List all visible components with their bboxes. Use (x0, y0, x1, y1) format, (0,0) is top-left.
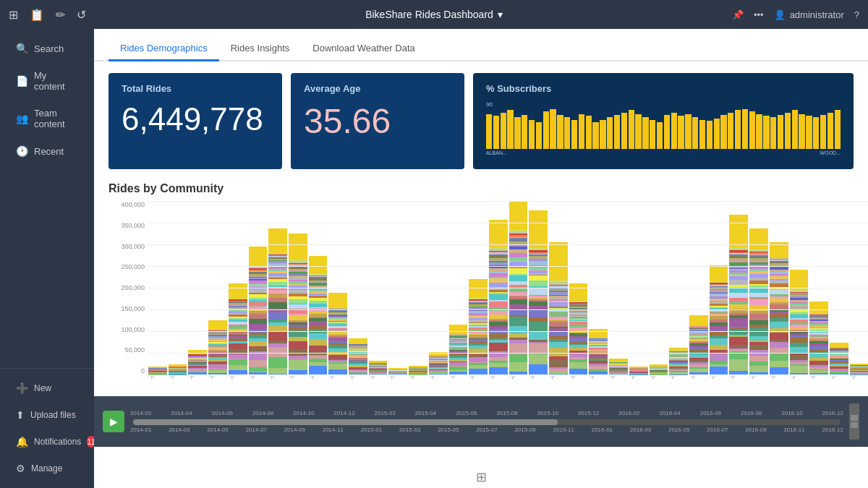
sub-bar (550, 109, 556, 149)
bar-segment (229, 343, 247, 348)
x-label: 2014-12 (369, 376, 391, 385)
kpi-row: Total Rides 6,449,778 Average Age 35.66 … (109, 73, 854, 169)
sub-bar (571, 120, 577, 149)
sub-bar (621, 113, 627, 149)
bar-segment (268, 347, 287, 357)
sub-bar (763, 116, 769, 149)
timeline-label: 2014-07 (245, 427, 266, 433)
sidebar-item-team-content[interactable]: 👥 Team content (4, 100, 90, 137)
y-axis: 400,000 350,000 300,000 250,000 200,000 … (109, 201, 145, 374)
bar-segment (489, 367, 508, 374)
scroll-up[interactable] (851, 415, 858, 421)
chart-bar-col (830, 343, 848, 374)
search-icon: 🔍 (16, 43, 28, 54)
bar-segment (349, 338, 367, 343)
bar-segment (790, 355, 809, 360)
chart-bar-col (549, 242, 568, 374)
rides-by-community-section: Rides by Community 400,000 350,000 300,0… (109, 182, 854, 396)
sidebar-item-new[interactable]: ➕ New (4, 375, 90, 401)
sidebar-item-recent[interactable]: 🕐 Recent (4, 138, 90, 164)
chart-bar-col (529, 210, 548, 374)
chart-bar-col (729, 215, 748, 374)
chart-bar-col (710, 265, 728, 374)
bar-segment (529, 281, 548, 286)
chart-bar-col (629, 367, 648, 374)
timeline-label: 2014-11 (323, 427, 344, 433)
sub-bar (635, 114, 641, 149)
pin-icon[interactable]: 📌 (732, 9, 744, 20)
bar-segment (469, 357, 488, 362)
tabs: Rides Demographics Rides Insights Downlo… (94, 29, 868, 61)
x-label: 2014-08 (289, 376, 311, 385)
sub-bar (820, 115, 826, 149)
bar-segment (328, 369, 347, 374)
sidebar-item-notifications[interactable]: 🔔 Notifications 11 (4, 429, 90, 455)
timeline-label-top: 2014-04 (171, 410, 192, 416)
bar-segment (289, 299, 307, 304)
bar-segment (710, 354, 728, 360)
timeline-label-top: 2014-12 (333, 410, 354, 416)
bar-segment (729, 318, 748, 327)
timeline-label: 2014-01 (130, 427, 151, 433)
sub-bar (749, 111, 755, 149)
sub-bar (707, 121, 712, 149)
sub-bar (714, 119, 720, 149)
timeline-label: 2016-01 (592, 427, 613, 433)
grid-view-icon[interactable]: ⊞ (476, 469, 487, 485)
total-rides-title: Total Rides (122, 83, 269, 94)
sidebar-item-upload[interactable]: ⬆ Upload files (4, 402, 90, 428)
grid-icon[interactable]: ⊞ (9, 8, 18, 22)
timeline-label: 2016-09 (745, 427, 766, 433)
chevron-down-icon[interactable]: ▾ (498, 9, 503, 20)
tab-rides-demographics[interactable]: Rides Demographics (109, 37, 219, 61)
bar-segment (249, 314, 268, 319)
chart-bar-col (309, 256, 328, 374)
sidebar-item-manage[interactable]: ⚙ Manage (4, 455, 90, 481)
timeline-scrollbar[interactable] (849, 403, 859, 440)
bar-segment (388, 374, 407, 374)
timeline-label-top: 2014-06 (212, 410, 233, 416)
refresh-icon[interactable]: ↺ (77, 8, 86, 22)
sidebar-label-new: New (34, 383, 51, 393)
bar-segment (549, 322, 568, 328)
x-label: 2014-03 (188, 376, 210, 385)
sub-bar (507, 110, 513, 149)
bar-segment (569, 369, 588, 374)
timeline-label: 2015-03 (399, 427, 420, 433)
chart-bar-col (328, 293, 347, 374)
x-label: 2014-07 (268, 376, 291, 385)
bar-segment (729, 337, 748, 345)
scroll-down[interactable] (851, 422, 858, 428)
sub-bar (720, 115, 726, 149)
help-icon[interactable]: ? (854, 9, 859, 20)
pencil-icon[interactable]: ✏ (56, 8, 65, 22)
bar-segment (469, 279, 488, 299)
bar-segment (529, 331, 548, 339)
sidebar-item-search[interactable]: 🔍 Search (4, 35, 90, 61)
topbar: ⊞ 📋 ✏ ↺ BikeShare Rides Dashboard ▾ 📌 ••… (0, 0, 868, 29)
bar-segment (770, 242, 788, 258)
bar-segment (188, 372, 207, 374)
sub-bar (493, 116, 499, 149)
tab-download-weather[interactable]: Download Weather Data (301, 37, 426, 61)
chart-bar-col (809, 301, 828, 374)
bar-segment (489, 351, 508, 358)
bar-segment (509, 362, 528, 372)
tab-rides-insights[interactable]: Rides Insights (219, 37, 302, 61)
play-button[interactable]: ▶ (103, 411, 124, 432)
bar-segment (509, 268, 528, 274)
sub-bar (678, 116, 684, 149)
timeline-label-top: 2015-06 (456, 410, 477, 416)
x-label: 2015-05 (469, 376, 491, 385)
file-icon[interactable]: 📋 (30, 8, 44, 22)
x-label: 2016-11 (830, 376, 852, 385)
timeline-track[interactable] (133, 419, 841, 425)
bar-segment (689, 315, 708, 325)
ellipsis-icon[interactable]: ••• (754, 9, 764, 20)
bar-segment (729, 371, 748, 374)
bar-segment (689, 372, 708, 374)
sidebar-item-my-content[interactable]: 📄 My content (4, 63, 90, 99)
timeline-label-top: 2016-02 (618, 410, 639, 416)
timeline-label: 2015-07 (476, 427, 497, 433)
user-menu[interactable]: 👤 administrator (774, 9, 844, 20)
